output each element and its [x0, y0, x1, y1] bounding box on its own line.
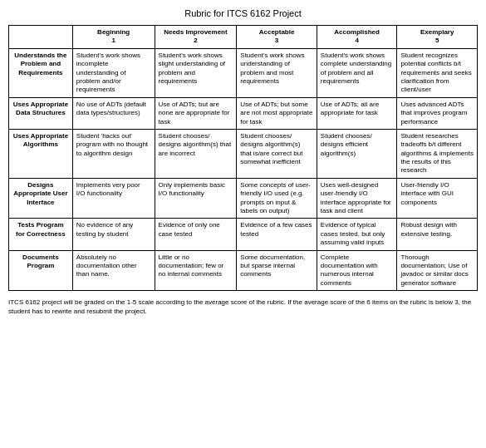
rubric-table: Beginning1 Needs Improvement2 Acceptable… — [8, 25, 478, 291]
cell-r2-c0: Student 'hacks out' program with no thou… — [72, 129, 155, 178]
criterion-0: Understands the Problem and Requirements — [9, 48, 73, 97]
cell-r2-c3: Student chooses/ designs efficient algor… — [317, 129, 397, 178]
cell-r2-c4: Student researches tradeoffs b/t differe… — [397, 129, 478, 178]
cell-r5-c2: Some documentation, but sparse internal … — [237, 250, 317, 291]
cell-r5-c4: Thorough documentation; Use of javadoc o… — [397, 250, 478, 291]
cell-r4-c4: Robust design with extensive testing. — [397, 219, 478, 250]
cell-r3-c1: Only implements basic I/O functionality — [155, 178, 237, 219]
rubric-note: ITCS 6162 project will be graded on the … — [8, 298, 478, 316]
cell-r4-c0: No evidence of any testing by student — [72, 219, 155, 250]
cell-r4-c2: Evidence of a few cases tested — [237, 219, 317, 250]
cell-r0-c3: Student's work shows complete understand… — [317, 48, 397, 97]
cell-r4-c1: Evidence of only one case tested — [155, 219, 237, 250]
criterion-5: Documents Program — [9, 250, 73, 291]
cell-r5-c1: Little or no documentation; few or no in… — [155, 250, 237, 291]
cell-r3-c3: Uses well-designed user-friendly I/O int… — [317, 178, 397, 219]
cell-r1-c3: Use of ADTs; all are appropriate for tas… — [317, 97, 397, 129]
cell-r3-c4: User-friendly I/O interface with GUI com… — [397, 178, 478, 219]
criterion-4: Tests Program for Correctness — [9, 219, 73, 250]
criterion-1: Uses Appropriate Data Structures — [9, 97, 73, 129]
col-acceptable-header: Acceptable3 — [237, 26, 317, 49]
cell-r1-c2: Use of ADTs; but some are not most appro… — [237, 97, 317, 129]
cell-r4-c3: Evidence of typical cases tested, but on… — [317, 219, 397, 250]
cell-r2-c2: Student chooses/ designs algorithm(s) th… — [237, 129, 317, 178]
cell-r3-c2: Some concepts of user-friendly I/O used … — [237, 178, 317, 219]
criterion-3: Designs Appropriate User Interface — [9, 178, 73, 219]
cell-r1-c1: Use of ADTs; but are none are appropriat… — [155, 97, 237, 129]
cell-r3-c0: Implements very poor I/O functionality — [72, 178, 155, 219]
cell-r0-c4: Student recognizes potential conflicts b… — [397, 48, 478, 97]
col-beginning-header: Beginning1 — [72, 26, 155, 49]
cell-r1-c0: No use of ADTs (default data types/struc… — [72, 97, 155, 129]
cell-r5-c0: Absolutely no documentation other than n… — [72, 250, 155, 291]
cell-r0-c0: Student's work shows incomplete understa… — [72, 48, 155, 97]
col-accomplished-header: Accomplished4 — [317, 26, 397, 49]
col-exemplary-header: Exemplary5 — [397, 26, 478, 49]
page-title: Rubric for ITCS 6162 Project — [8, 8, 478, 18]
cell-r1-c4: Uses advanced ADTs that improves program… — [397, 97, 478, 129]
cell-r5-c3: Complete documentation with numerous int… — [317, 250, 397, 291]
col-needs-header: Needs Improvement2 — [155, 26, 237, 49]
col-criterion-header — [9, 26, 73, 49]
cell-r0-c2: Student's work shows understanding of pr… — [237, 48, 317, 97]
cell-r0-c1: Student's work shows slight understandin… — [155, 48, 237, 97]
cell-r2-c1: Student chooses/ designs algorithm(s) th… — [155, 129, 237, 178]
criterion-2: Uses Appropriate Algorithms — [9, 129, 73, 178]
